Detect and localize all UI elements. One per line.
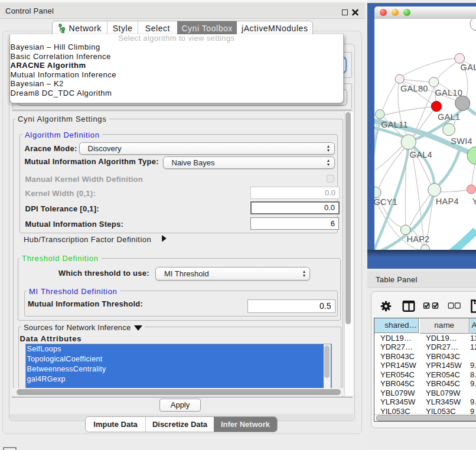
svg-text:SWI4: SWI4: [451, 136, 472, 146]
svg-text:GCY1: GCY1: [374, 197, 397, 207]
svg-text:HAP4: HAP4: [436, 197, 459, 206]
svg-text:Y: Y: [472, 197, 476, 206]
svg-text:GAL11: GAL11: [381, 120, 408, 129]
svg-text:GAL1: GAL1: [438, 112, 460, 122]
svg-text:GAL80: GAL80: [400, 84, 428, 93]
svg-text:GAL10: GAL10: [435, 88, 463, 97]
svg-text:GAL4: GAL4: [410, 150, 432, 159]
svg-text:HAP2: HAP2: [406, 234, 429, 244]
svg-text:GAL: GAL: [461, 63, 476, 72]
